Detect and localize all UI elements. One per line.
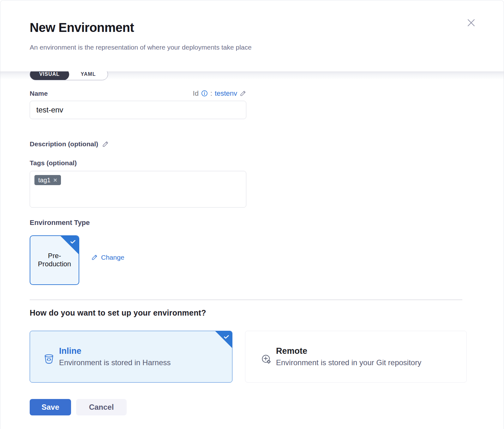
edit-id-icon[interactable]: [240, 90, 246, 97]
environment-type-card-label: Pre-Production: [35, 252, 74, 268]
description-row: Description (optional): [30, 139, 474, 149]
store-option-inline[interactable]: Inline Environment is stored in Harness: [30, 331, 232, 383]
remote-title: Remote: [276, 346, 421, 356]
name-input[interactable]: [30, 101, 246, 119]
inline-description: Environment is stored in Harness: [59, 358, 171, 367]
inline-title: Inline: [59, 346, 171, 356]
edit-description-icon[interactable]: [102, 141, 109, 148]
dialog-header: New Environment An environment is the re…: [0, 0, 504, 71]
edit-pencil-icon: [91, 254, 98, 261]
id-colon: :: [210, 89, 212, 98]
change-link-label: Change: [101, 254, 124, 261]
environment-type-card-preproduction[interactable]: Pre-Production: [30, 235, 79, 285]
selected-check-icon: [60, 236, 79, 254]
tag-chip-label: tag1: [38, 177, 51, 183]
new-environment-dialog: New Environment An environment is the re…: [0, 0, 504, 429]
tab-yaml[interactable]: YAML: [69, 71, 108, 80]
id-value-link[interactable]: testenv: [215, 89, 237, 98]
environment-type-label: Environment Type: [30, 219, 474, 228]
name-id-row: Name Id : testenv: [30, 88, 246, 99]
cancel-button[interactable]: Cancel: [76, 399, 127, 415]
selected-check-icon: [215, 331, 232, 348]
remote-store-icon: [260, 353, 272, 365]
page-title: New Environment: [30, 21, 474, 35]
info-icon[interactable]: [201, 90, 208, 97]
inline-store-icon: [43, 353, 55, 365]
change-environment-type-button[interactable]: Change: [91, 254, 124, 261]
environment-type-row: Pre-Production Change: [30, 235, 474, 285]
tab-visual[interactable]: VISUAL: [30, 71, 69, 80]
id-row: Id : testenv: [193, 89, 246, 98]
visual-yaml-toggle: VISUAL YAML: [30, 71, 108, 80]
inline-store-text: Inline Environment is stored in Harness: [59, 346, 171, 367]
section-divider: [30, 299, 462, 300]
remote-description: Environment is stored in your Git reposi…: [276, 358, 421, 367]
tags-label: Tags (optional): [30, 159, 474, 169]
tag-chip: tag1 ×: [34, 175, 61, 185]
description-label: Description (optional): [30, 140, 98, 148]
dialog-body: VISUAL YAML Name Id : testenv Descriptio…: [0, 71, 504, 429]
save-button[interactable]: Save: [30, 399, 71, 415]
remove-tag-icon[interactable]: ×: [53, 177, 57, 183]
actions-row: Save Cancel: [30, 399, 474, 415]
tags-input[interactable]: tag1 ×: [30, 171, 246, 208]
dialog-subtitle: An environment is the representation of …: [30, 44, 474, 51]
id-label: Id: [193, 89, 199, 98]
name-label: Name: [30, 90, 48, 97]
setup-cards: Inline Environment is stored in Harness: [30, 331, 474, 383]
setup-heading: How do you want to set up your environme…: [30, 308, 474, 318]
close-icon[interactable]: [466, 17, 477, 28]
remote-store-text: Remote Environment is stored in your Git…: [276, 346, 421, 367]
store-option-remote[interactable]: Remote Environment is stored in your Git…: [245, 331, 467, 383]
